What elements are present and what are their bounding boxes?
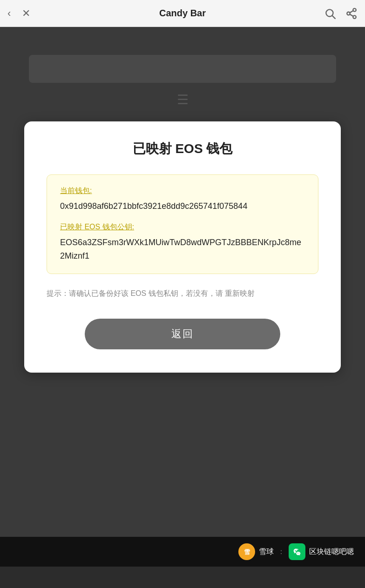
- svg-line-5: [350, 14, 353, 16]
- svg-line-6: [350, 11, 353, 13]
- nav-left-controls: ‹ ✕: [7, 7, 30, 20]
- wallet-value: 0x91d998af6b271bbfc3921e8dd9c265741f0758…: [60, 200, 305, 213]
- page-title: Candy Bar: [159, 8, 206, 19]
- hint-text: 提示：请确认已备份好该 EOS 钱包私钥，若没有，请 重新映射: [47, 287, 318, 300]
- bg-blur-element-1: [29, 55, 336, 83]
- eos-value: EOS6a3ZSFsm3rWXk1MUiwTwD8wdWPGTJzBBBENKr…: [60, 236, 305, 263]
- watermark-channel: 区块链嗯吧嗯: [309, 547, 354, 557]
- nav-right-controls: [324, 7, 358, 20]
- nav-bar: ‹ ✕ Candy Bar: [0, 0, 365, 27]
- wechat-icon: [289, 543, 305, 560]
- back-button[interactable]: ‹: [7, 7, 11, 20]
- svg-line-1: [332, 15, 335, 18]
- xueqiu-icon: 雪: [238, 543, 255, 560]
- share-icon[interactable]: [345, 7, 358, 20]
- main-card: 已映射 EOS 钱包 当前钱包: 0x91d998af6b271bbfc3921…: [24, 121, 341, 373]
- watermark-bar: 雪 雪球 ： 区块链嗯吧嗯: [0, 537, 365, 567]
- eos-label: 已映射 EOS 钱包公钥:: [60, 222, 305, 232]
- return-button[interactable]: 返回: [85, 319, 280, 349]
- watermark-divider: ：: [277, 547, 285, 557]
- search-icon[interactable]: [324, 7, 336, 20]
- dark-background: ☰ 已映射 EOS 钱包 当前钱包: 0x91d998af6b271bbfc39…: [0, 27, 365, 567]
- watermark-site: 雪球: [259, 547, 274, 557]
- close-button[interactable]: ✕: [22, 7, 30, 20]
- info-box: 当前钱包: 0x91d998af6b271bbfc3921e8dd9c26574…: [47, 174, 318, 274]
- card-title: 已映射 EOS 钱包: [47, 140, 318, 158]
- bg-logo: ☰: [177, 92, 189, 107]
- svg-text:雪: 雪: [244, 548, 250, 555]
- wallet-label: 当前钱包:: [60, 186, 305, 196]
